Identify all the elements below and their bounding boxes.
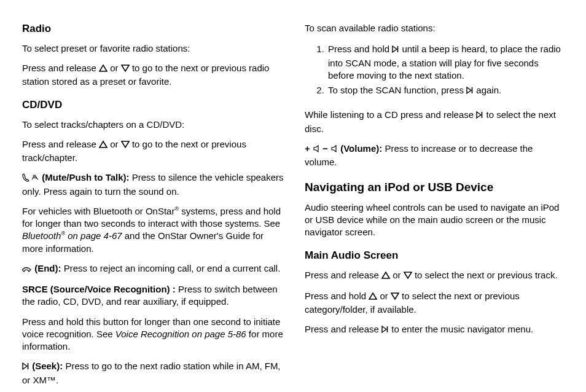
triangle-up-icon [99,63,107,76]
colon: : [170,284,176,294]
speaker-icon [330,144,338,156]
volume-paragraph: + − (Volume): Press to increase or to de… [305,143,566,169]
cd-intro: To select tracks/chapters on a CD/DVD: [22,119,284,131]
seek-next-icon [381,324,389,337]
end-paragraph: (End): Press to reject an incoming call,… [22,262,284,276]
text: Press to reject an incoming call, or end… [64,263,281,273]
mute-label: (Mute/Push to Talk): [42,172,129,182]
triangle-down-icon [121,139,130,152]
mute-paragraph: (Mute/Push to Talk): Press to silence th… [22,171,284,198]
cd-press-release: Press and release or to go to the next o… [22,138,284,165]
voice-recognition-paragraph: Press and hold this button for longer th… [22,316,284,353]
main-audio-heading: Main Audio Screen [305,249,566,263]
srce-label: SRCE (Source/Voice Recognition) [22,284,170,294]
voice-recognition-cross-ref: Voice Recognition on page 5-86 [115,329,246,339]
srce-paragraph: SRCE (Source/Voice Recognition) : Press … [22,283,284,308]
text: Press and hold [328,44,392,54]
end-label: (End): [34,263,61,273]
triangle-up-icon [381,270,390,283]
bluetooth-cross-ref: Bluetooth® on page 4-67 [22,230,122,241]
text: Press to increase or to decrease the vol… [305,143,533,167]
text: Press and release [305,324,381,334]
left-column: Radio To select preset or favorite radio… [22,22,284,390]
scan-intro: To scan available radio stations: [305,22,566,34]
right-column: To scan available radio stations: Press … [305,22,566,390]
triangle-up-icon [369,291,377,304]
cd-next-disc-paragraph: While listening to a CD press and releas… [305,109,566,135]
triangle-down-icon [404,270,412,283]
voice-wave-icon [32,173,39,185]
radio-heading: Radio [22,22,284,36]
phone-icon [22,173,29,185]
seek-label: (Seek): [32,361,63,371]
radio-press-release: Press and release or to go to the next o… [22,62,284,88]
triangle-down-icon [391,291,399,304]
manual-page: Radio To select preset or favorite radio… [0,0,586,392]
main-audio-p2: Press and hold or to select the next or … [305,290,566,316]
two-column-layout: Radio To select preset or favorite radio… [22,22,566,390]
navigating-heading: Navigating an iPod or USB Device [305,179,566,195]
cd-dvd-heading: CD/DVD [22,98,284,112]
main-audio-p1: Press and release or to select the next … [305,269,566,283]
text: Press and release [305,270,381,280]
seek-paragraph: (Seek): Press to go to the next radio st… [22,360,284,386]
hang-up-icon [22,264,32,276]
text: again. [476,85,501,95]
scan-steps-list: Press and hold until a beep is heard, to… [305,41,566,100]
triangle-up-icon [99,139,107,152]
text: or [110,63,121,73]
text: to select the next or previous track. [415,270,558,280]
triangle-down-icon [121,63,130,76]
text: or [380,291,391,301]
bluetooth-paragraph: For vehicles with Bluetooth or OnStar® s… [22,205,284,255]
text: to enter the music navigator menu. [391,324,533,334]
seek-next-icon [476,110,483,122]
scan-step-2: To stop the SCAN function, press again. [327,84,566,98]
volume-label: (Volume): [340,143,382,154]
text: To stop the SCAN function, press [328,85,466,95]
speaker-icon [313,144,320,156]
text: Press and hold [305,291,369,301]
text: While listening to a CD press and releas… [305,109,476,120]
text: or [110,139,121,149]
text: For vehicles with Bluetooth or OnStar [22,206,174,216]
text: or [393,270,404,280]
main-audio-p3: Press and release to enter the music nav… [305,323,566,337]
minus-symbol: − [322,143,330,154]
radio-intro: To select preset or favorite radio stati… [22,42,284,55]
seek-next-icon [392,44,399,57]
navigating-intro: Audio steering wheel controls can be use… [305,202,566,239]
plus-symbol: + [305,143,313,154]
seek-next-icon [466,85,474,98]
text: Press and release [22,139,99,149]
scan-step-1: Press and hold until a beep is heard, to… [327,43,566,82]
text: Press and release [22,63,99,73]
seek-next-icon [22,361,29,374]
